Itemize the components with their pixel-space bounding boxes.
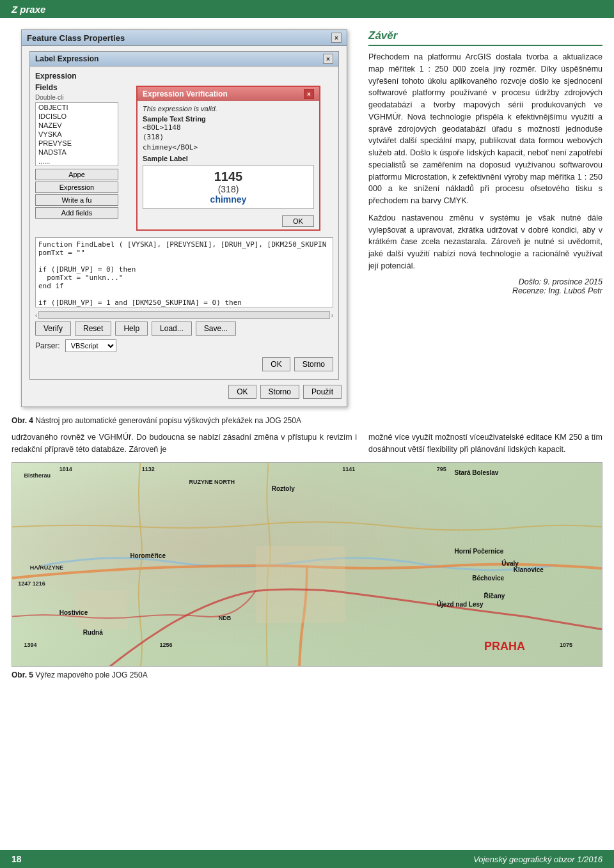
inner-ok-storno-row: OK Storno: [35, 357, 333, 371]
footer-page-number: 18: [12, 854, 22, 864]
ev-ok-button[interactable]: OK: [282, 215, 314, 227]
expression-button[interactable]: Expression: [35, 182, 118, 193]
outer-ok-button[interactable]: OK: [228, 385, 256, 399]
fig4-num: Obr. 4: [12, 416, 33, 425]
le-content: Expression Fields Double-cli OBJECTI IDC…: [30, 66, 338, 379]
horizontal-scrollbar[interactable]: [38, 311, 329, 319]
fig4-caption: Obr. 4 Nástroj pro automatické generován…: [12, 416, 357, 425]
ev-close-button[interactable]: ×: [304, 89, 314, 99]
map-label-horni-pocernice: Horní Počernice: [455, 548, 504, 555]
zaver-doslo-text: Došlo: 9. prosince 2015: [368, 277, 602, 286]
zaver-text: Přechodem na platformu ArcGIS dostala tv…: [368, 51, 602, 272]
le-close-button[interactable]: ×: [323, 54, 333, 64]
fcp-title: Feature Class Properties: [27, 33, 125, 43]
zaver-title: Závěr: [368, 29, 602, 46]
map-label-ricany: Říčany: [484, 593, 505, 600]
field-item-nazev[interactable]: NAZEV: [36, 121, 118, 130]
field-item-idcislo[interactable]: IDCISLO: [36, 112, 118, 121]
zaver-recenze: Recenze: Ing. Luboš Petr: [368, 286, 602, 295]
append-button[interactable]: Appe: [35, 169, 118, 180]
inner-storno-button[interactable]: Storno: [294, 357, 333, 371]
le-title: Label Expression: [35, 54, 98, 63]
ev-code-line2: (318): [143, 133, 164, 141]
ev-sample-text-label: Sample Text String: [143, 115, 314, 123]
ev-popup: Expression Verification × This expressio…: [136, 86, 320, 231]
ev-title: Expression Verification: [143, 89, 228, 98]
fig5-caption: Obr. 5 Výřez mapového pole JOG 250A: [12, 670, 602, 679]
ev-sample-chimney: chimney: [147, 194, 310, 205]
help-button[interactable]: Help: [115, 322, 148, 336]
zaver-section: Závěr Přechodem na platformu ArcGIS dost…: [368, 29, 602, 295]
page-footer: 18 Vojenský geografický obzor 1/2016: [0, 850, 614, 868]
map-label-stara-boleslav: Stará Boleslav: [455, 469, 499, 476]
map-label-ujezd: Újezd nad Lesy: [437, 601, 484, 608]
ev-sample-number: 1145: [147, 169, 310, 184]
expr-action-buttons: Appe Expression Write a fu Add fields: [35, 169, 118, 219]
outer-storno-button[interactable]: Storno: [260, 385, 299, 399]
expression-main-area: Expression Verification × This expressio…: [123, 83, 333, 233]
scroll-left: ‹: [35, 312, 37, 319]
inner-ok-button[interactable]: OK: [262, 357, 290, 371]
field-item-prevyse[interactable]: PREVYSE: [36, 139, 118, 148]
reset-button[interactable]: Reset: [75, 322, 111, 336]
map-container: PRAHA Stará Boleslav Roztoly Horní Počer…: [12, 462, 602, 667]
below-map-left-text: udržovaného rovněž ve VGHMÚř. Do budoucn…: [12, 431, 357, 456]
fcp-close-button[interactable]: ×: [331, 33, 342, 43]
le-dialog: Label Expression × Expression Fields Dou…: [29, 51, 339, 380]
ev-content: This expression is valid. Sample Text St…: [138, 101, 319, 213]
left-column: Feature Class Properties × Label Express…: [12, 29, 357, 456]
fig5-text: Výřez mapového pole JOG 250A: [35, 670, 147, 679]
scroll-right: ›: [331, 312, 333, 319]
map-label-klanovice: Klanovice: [514, 566, 544, 573]
map-label-roztoly: Roztoly: [272, 485, 295, 492]
code-editor[interactable]: Function FindLabel ( [VYSKA], [PREVYSENI…: [35, 237, 333, 307]
outer-ok-storno-row: OK Storno Použít: [27, 385, 342, 399]
ev-sample-sub: (318): [147, 184, 310, 194]
double-click-label: Double-cli: [35, 94, 118, 101]
zaver-para-1: Přechodem na platformu ArcGIS dostala tv…: [368, 51, 602, 207]
expression-label: Expression: [35, 72, 333, 81]
parser-select[interactable]: VBScript: [65, 339, 116, 352]
ev-code-lines: <BOL>1148 (318) chimney</BOL>: [143, 123, 314, 152]
write-function-button[interactable]: Write a fu: [35, 194, 118, 206]
fig4-text: Nástroj pro automatické generování popis…: [35, 416, 301, 425]
zaver-doslo: Došlo: 9. prosince 2015 Recenze: Ing. Lu…: [368, 277, 602, 295]
ev-sample-box: 1145 (318) chimney: [143, 165, 314, 209]
field-item-objecti[interactable]: OBJECTI: [36, 103, 118, 112]
fcp-dialog: Feature Class Properties × Label Express…: [21, 29, 347, 407]
right-column: Závěr Přechodem na platformu ArcGIS dost…: [368, 29, 602, 456]
ev-titlebar: Expression Verification ×: [138, 87, 319, 101]
verify-button[interactable]: Verify: [35, 322, 71, 336]
ev-code-line1: <BOL>1148: [143, 123, 181, 132]
expression-row: Fields Double-cli OBJECTI IDCISLO NAZEV …: [35, 83, 333, 233]
footer-journal-name: Vojenský geografický obzor 1/2016: [473, 855, 602, 864]
load-button[interactable]: Load...: [152, 322, 192, 336]
top-bar: Z praxe: [0, 0, 614, 18]
le-titlebar: Label Expression ×: [30, 52, 338, 66]
ev-code-line3: chimney</BOL>: [143, 143, 198, 151]
pouzit-button[interactable]: Použít: [303, 385, 342, 399]
section-title: Z praxe: [12, 4, 45, 15]
fields-list[interactable]: OBJECTI IDCISLO NAZEV VYSKA PREVYSE NADS…: [35, 102, 118, 166]
field-item-other[interactable]: ......: [36, 157, 118, 166]
ev-sample-label: Sample Label: [143, 155, 314, 162]
main-content: Feature Class Properties × Label Express…: [0, 18, 614, 462]
field-item-vyska[interactable]: VYSKA: [36, 130, 118, 139]
map-label-praha: PRAHA: [484, 640, 525, 653]
parser-row: Parser: VBScript: [35, 339, 333, 352]
add-fields-button[interactable]: Add fields: [35, 207, 118, 219]
fields-panel: Fields Double-cli OBJECTI IDCISLO NAZEV …: [35, 83, 118, 233]
map-label-rudna: Rudná: [83, 629, 103, 636]
scroll-row: ‹ ›: [35, 311, 333, 319]
zaver-para-2: Každou nastavenou změnu v systému je vša…: [368, 212, 602, 272]
svg-rect-0: [256, 546, 345, 623]
map-label-hostivice: Hostivice: [59, 609, 88, 616]
save-button[interactable]: Save...: [196, 322, 236, 336]
action-buttons-row: Verify Reset Help Load... Save...: [35, 322, 333, 336]
field-item-nadsta[interactable]: NADSTA: [36, 148, 118, 157]
fig5-num: Obr. 5: [12, 670, 33, 679]
ev-ok-row: OK: [138, 213, 319, 229]
fields-label: Fields: [35, 83, 118, 92]
parser-label: Parser:: [35, 341, 60, 350]
below-map-right-text: možné více využít možností více­uživatel…: [368, 419, 602, 456]
